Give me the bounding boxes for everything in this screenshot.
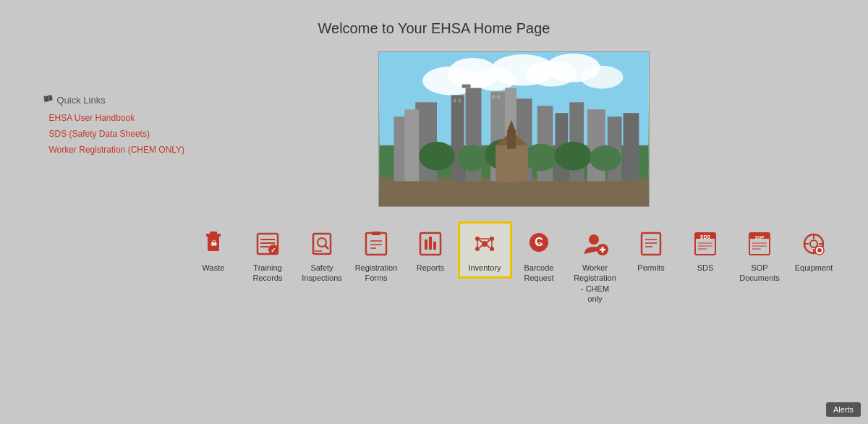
svg-rect-33 <box>507 131 516 149</box>
svg-text:SDS: SDS <box>700 234 711 239</box>
svg-point-7 <box>580 66 623 89</box>
nav-item-worker-registration[interactable]: Worker Registration - CHEM only <box>566 221 624 310</box>
svg-point-29 <box>554 142 592 171</box>
nav-item-sds[interactable]: SDS SDS <box>678 221 733 279</box>
svg-rect-12 <box>404 109 419 181</box>
svg-point-30 <box>590 145 621 171</box>
svg-point-64 <box>490 237 494 241</box>
svg-rect-35 <box>453 98 456 102</box>
barcode-request-label: Barcode Request <box>519 263 559 284</box>
svg-rect-9 <box>379 177 648 206</box>
svg-rect-38 <box>497 95 500 98</box>
nav-item-registration-forms[interactable]: Registration Forms <box>349 221 404 289</box>
nav-item-barcode-request[interactable]: C ⊂ Barcode Request <box>512 221 566 289</box>
svg-rect-24 <box>623 113 639 181</box>
sds-icon: SDS <box>689 227 722 260</box>
svg-rect-59 <box>425 239 427 250</box>
equipment-icon <box>798 227 830 260</box>
registration-forms-label: Registration Forms <box>355 263 398 284</box>
reports-label: Reports <box>417 263 445 273</box>
svg-rect-61 <box>433 242 436 250</box>
svg-rect-15 <box>461 85 470 88</box>
svg-rect-42 <box>210 232 217 234</box>
worker-registration-icon <box>579 227 611 260</box>
training-records-icon: ✓ <box>252 227 284 260</box>
safety-inspections-label: Safety Inspections <box>302 263 342 284</box>
hero-image <box>378 51 650 207</box>
svg-rect-54 <box>372 232 380 235</box>
sop-documents-icon: SOP <box>744 227 776 260</box>
svg-rect-37 <box>492 95 495 98</box>
nav-item-reports[interactable]: Reports <box>404 221 458 279</box>
quick-link-handbook[interactable]: EHSA User Handbook <box>42 113 187 123</box>
svg-point-98 <box>810 240 817 247</box>
svg-line-67 <box>480 240 482 242</box>
svg-rect-60 <box>429 237 432 250</box>
quick-link-sds[interactable]: SDS (Safety Data Sheets) <box>42 129 187 139</box>
reports-icon <box>414 227 447 260</box>
quick-links-heading: 🏴 Quick Links <box>42 95 187 106</box>
svg-text:✓: ✓ <box>271 247 276 254</box>
nav-item-sop-documents[interactable]: SOP SOP Documents <box>733 221 787 289</box>
waste-icon: ☠ <box>197 227 230 260</box>
svg-rect-36 <box>458 98 461 102</box>
worker-registration-label: Worker Registration - CHEM only <box>574 263 617 304</box>
inventory-label: Inventory <box>468 263 501 273</box>
safety-inspections-icon <box>306 227 339 260</box>
svg-point-26 <box>456 145 488 171</box>
svg-point-63 <box>475 237 480 241</box>
svg-point-28 <box>523 144 558 171</box>
svg-rect-31 <box>495 145 528 182</box>
svg-rect-13 <box>451 95 464 181</box>
svg-point-104 <box>817 248 822 253</box>
svg-line-51 <box>325 245 328 249</box>
svg-text:☠: ☠ <box>210 239 217 247</box>
nav-item-inventory[interactable]: Inventory <box>458 221 512 279</box>
inventory-icon <box>469 227 501 260</box>
permits-label: Permits <box>637 263 664 273</box>
waste-label: Waste <box>203 263 225 273</box>
svg-point-77 <box>589 234 599 245</box>
permits-icon <box>635 227 668 260</box>
nav-item-equipment[interactable]: Equipment <box>787 221 841 279</box>
flag-icon: 🏴 <box>42 95 54 106</box>
svg-rect-81 <box>642 233 660 255</box>
svg-line-68 <box>487 240 490 242</box>
quick-link-worker-reg[interactable]: Worker Registration (CHEM ONLY) <box>42 145 187 155</box>
nav-item-training-records[interactable]: ✓ Training Records <box>241 221 295 289</box>
alerts-badge[interactable]: Alerts <box>826 402 861 417</box>
registration-forms-icon <box>360 227 393 260</box>
svg-point-65 <box>475 247 480 251</box>
svg-text:⊂: ⊂ <box>537 241 542 247</box>
barcode-request-icon: C ⊂ <box>523 227 556 260</box>
sds-label: SDS <box>697 263 714 273</box>
nav-item-safety-inspections[interactable]: Safety Inspections <box>295 221 349 289</box>
svg-text:SOP: SOP <box>755 235 765 239</box>
equipment-label: Equipment <box>795 263 833 273</box>
svg-line-69 <box>480 245 482 247</box>
svg-line-70 <box>487 245 490 247</box>
sop-documents-label: SOP Documents <box>739 263 780 284</box>
svg-rect-53 <box>366 233 386 255</box>
svg-point-66 <box>490 247 494 251</box>
training-records-label: Training Records <box>248 263 288 284</box>
nav-item-waste[interactable]: ☠ Waste <box>187 221 241 279</box>
nav-item-permits[interactable]: Permits <box>624 221 678 279</box>
page-title: Welcome to Your EHSA Home Page <box>0 0 868 37</box>
svg-point-25 <box>419 142 455 171</box>
nav-icons-row: ☠ Waste ✓ Tr <box>187 221 841 310</box>
